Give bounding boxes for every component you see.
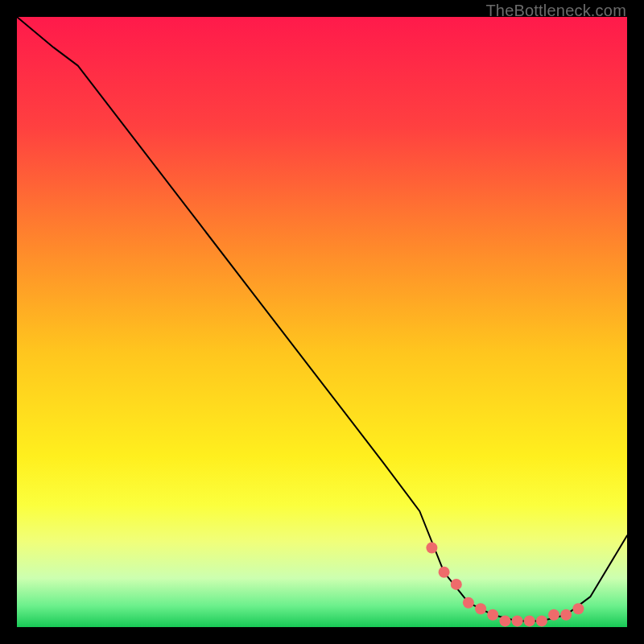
highlight-dot (475, 603, 486, 614)
chart-svg (17, 17, 627, 627)
highlight-dot (426, 543, 437, 554)
highlight-dot (439, 567, 450, 578)
plot-area (17, 17, 627, 627)
highlight-dot (572, 603, 584, 614)
highlight-dot (463, 597, 474, 609)
highlight-dot (451, 579, 462, 590)
chart-frame: TheBottleneck.com (0, 0, 644, 644)
highlight-dot (548, 609, 559, 621)
highlight-dot (512, 615, 523, 626)
highlight-dot (560, 609, 572, 621)
highlight-dot (499, 615, 510, 626)
highlight-dot (524, 615, 535, 626)
highlight-dot (536, 615, 547, 626)
gradient-background (17, 17, 627, 627)
highlight-dot (487, 609, 498, 621)
